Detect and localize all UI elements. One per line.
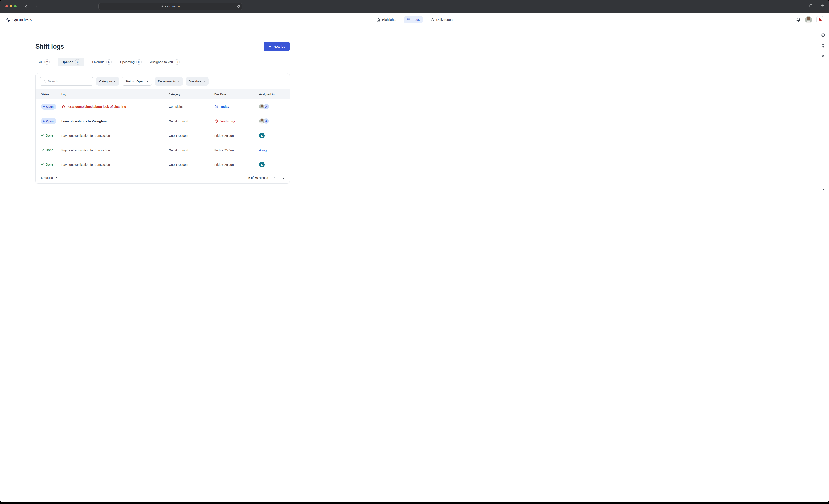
assign-link[interactable]: Assign [259,148,268,152]
status-label: Open [46,105,54,108]
tab-count-badge: 5 [106,59,111,65]
due-date-label: Friday, 25 Jun [214,148,234,152]
status-badge-open: Open [41,104,56,110]
assignee-photo-avatar [259,104,265,109]
log-title: Payment verification for transaction [61,163,110,166]
tab-assigned-to-you[interactable]: Assigned to you3 [150,57,180,66]
tab-opened[interactable]: Opened3 [58,57,84,66]
filter-chip-category[interactable]: Category [96,77,119,85]
results-per-page-select[interactable]: 5 results [41,176,57,180]
due-date-label: Friday, 25 Jun [214,163,234,166]
category-cell: Complaint [169,105,214,108]
chip-label: Category [99,80,112,83]
zoom-window-button[interactable] [14,5,16,7]
assignee-photo-avatar [259,118,265,124]
chip-label: Departments [158,80,176,83]
padlock-icon [161,5,164,8]
column-header-assigned-to: Assigned to [259,93,290,96]
table-footer: 5 results 1 - 5 of 50 results [36,172,290,183]
status-badge-done: Done [41,163,53,166]
due-date-label: Friday, 25 Jun [214,134,234,137]
chip-label: Due date [189,80,202,83]
app-header: syncdesk HighlightsLogsDaily report [0,13,325,27]
chevron-down-icon [203,80,206,83]
assignee-initial-avatar: E [259,162,265,167]
due-date-label: Yesterday [220,119,235,123]
status-label: Done [46,148,53,152]
close-window-button[interactable] [5,5,8,7]
filter-chip-due-date[interactable]: Due date [186,77,209,85]
filter-row: CategoryStatus:OpenDepartmentsDue date [36,73,290,89]
status-label: Open [46,119,54,123]
chip-value: Open [137,80,144,83]
column-header-category: Category [169,93,214,96]
assignee-avatars: A [259,104,290,109]
search-icon [42,80,46,83]
column-header-due-date: Due Date [214,93,259,96]
minimize-window-button[interactable] [10,5,12,7]
brand-mark-icon [6,17,10,22]
category-cell: Guest request [169,134,214,137]
status-badge-done: Done [41,133,53,137]
status-badge-done: Done [41,148,53,152]
chevron-down-icon [177,80,180,83]
column-header-status: Status [41,93,61,96]
close-icon[interactable] [146,80,149,83]
table-row-1[interactable]: Open#211 complained about lack of cleani… [36,99,290,114]
check-icon [41,134,44,137]
previous-page-button[interactable] [273,176,277,180]
browser-forward-button[interactable] [34,4,39,9]
table-row-2[interactable]: OpenLoan of cushions to VikingbusGuest r… [36,114,290,128]
chip-prefix: Status: [125,80,135,83]
log-title: Loan of cushions to Vikingbus [61,119,107,123]
status-dot-icon [43,106,44,107]
status-label: Done [46,133,53,137]
reload-icon[interactable] [237,5,240,8]
tab-count-badge: 3 [175,59,180,65]
log-title: Payment verification for transaction [61,134,110,137]
status-label: Done [46,163,53,166]
tab-overdue[interactable]: Overdue5 [92,57,112,66]
status-badge-open: Open [41,118,56,124]
tab-label: All [39,60,42,64]
alert-diamond-outline-icon [214,119,218,123]
category-cell: Guest request [169,148,214,152]
tab-label: Assigned to you [150,60,173,64]
tab-label: Overdue [92,60,104,64]
tab-count-badge: 3 [75,59,80,65]
chevron-down-icon [55,177,57,179]
table-row-3[interactable]: DonePayment verification for transaction… [36,128,290,143]
assignee-initial-avatar: E [259,133,265,139]
table-header: StatusLogCategoryDue DateAssigned to [36,89,290,99]
tab-count-badge: 24 [44,59,49,65]
pagination-range-label: 1 - 5 of 50 results [244,176,268,180]
plus-icon [268,45,272,48]
address-bar[interactable]: syncdesk.io [99,3,242,10]
browser-window: syncdesk.io syncdesk HighlightsLogsDaily… [0,0,325,198]
column-header-log: Log [61,93,169,96]
browser-titlebar: syncdesk.io [0,0,325,13]
main-content: Shift logs New log All24Opened3Overdue5U… [0,27,325,196]
new-log-button[interactable]: New log [264,42,290,51]
new-log-label: New log [274,45,285,48]
browser-back-button[interactable] [24,4,29,9]
table-row-5[interactable]: DonePayment verification for transaction… [36,157,290,172]
brand-logo[interactable]: syncdesk [6,17,32,22]
due-date-label: Today [220,105,229,108]
alert-diamond-filled-icon [61,105,66,109]
filter-tabs: All24Opened3Overdue5Upcoming8Assigned to… [35,57,290,66]
tab-all[interactable]: All24 [39,57,50,66]
table-row-4[interactable]: DonePayment verification for transaction… [36,143,290,157]
tab-label: Opened [61,60,73,64]
window-controls [5,5,16,7]
info-circle-icon [214,105,218,109]
category-cell: Guest request [169,119,214,123]
tab-count-badge: 8 [136,59,142,65]
filter-chip-departments[interactable]: Departments [155,77,183,85]
logs-card: CategoryStatus:OpenDepartmentsDue date S… [35,73,290,184]
filter-chip-status-open[interactable]: Status:Open [122,77,152,85]
tab-upcoming[interactable]: Upcoming8 [119,57,142,66]
search-input[interactable] [48,80,91,83]
log-title: #211 complained about lack of cleaning [68,105,126,108]
next-page-button[interactable] [282,176,285,180]
